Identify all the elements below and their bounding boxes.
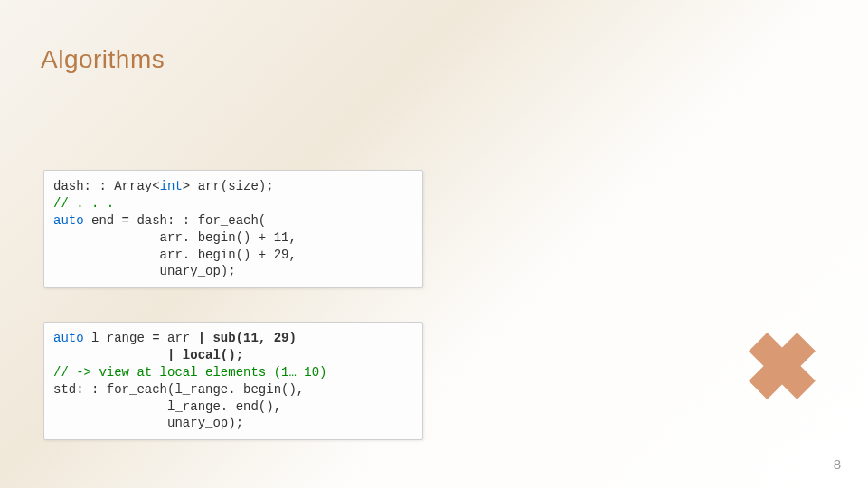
code-text: unary_op);	[53, 416, 243, 430]
comment: // -> view at local elements (1… 10)	[53, 365, 326, 380]
code-text: end = dash: : for_each(	[84, 213, 267, 228]
code-text: dash: : Array<	[53, 179, 160, 193]
view-expr: | sub(11, 29)	[198, 331, 297, 345]
code-text: arr. begin() + 11,	[53, 230, 297, 245]
keyword-auto: auto	[53, 331, 84, 345]
code-text: > arr(size);	[183, 179, 274, 193]
view-expr: | local();	[167, 348, 243, 362]
code-text: l_range. end(),	[53, 399, 281, 414]
code-text: arr. begin() + 29,	[53, 248, 297, 262]
comment: // . . .	[53, 196, 114, 211]
x-mark-icon	[741, 325, 823, 407]
page-number: 8	[834, 456, 841, 472]
page-title: Algorithms	[41, 45, 165, 74]
code-text: std: : for_each(l_range. begin(),	[53, 382, 304, 397]
keyword-int: int	[160, 179, 183, 193]
code-text	[53, 348, 167, 362]
code-block-2: auto l_range = arr | sub(11, 29) | local…	[43, 322, 423, 440]
keyword-auto: auto	[53, 213, 84, 228]
code-block-1: dash: : Array<int> arr(size); // . . . a…	[43, 170, 423, 288]
code-text: unary_op);	[53, 264, 236, 278]
code-text: l_range = arr	[84, 331, 198, 345]
slide: Algorithms dash: : Array<int> arr(size);…	[0, 0, 868, 488]
